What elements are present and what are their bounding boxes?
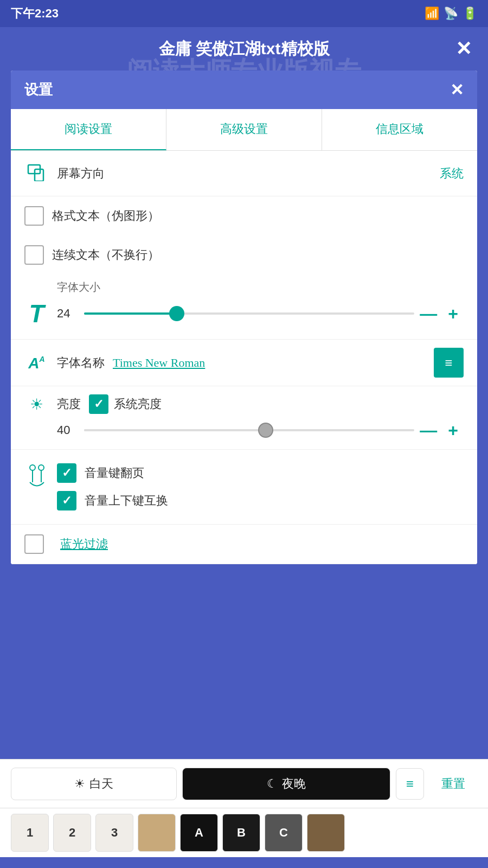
brightness-label: 亮度 (57, 396, 81, 412)
brightness-header: ☀ 亮度 系统亮度 (24, 394, 464, 414)
status-icons: 📶 📡 🔋 (425, 7, 477, 21)
style-swatch-1[interactable]: 1 (11, 814, 49, 852)
brightness-thumb[interactable] (258, 423, 273, 438)
wifi-icon: 📡 (444, 7, 458, 21)
night-label: 夜晚 (282, 776, 306, 792)
font-size-label: 字体大小 (24, 280, 464, 295)
screen-orientation-label: 屏幕方向 (57, 165, 440, 182)
svg-point-2 (30, 465, 35, 470)
font-name-row: AA 字体名称 Times New Roman ≡ (11, 340, 477, 386)
font-size-slider[interactable] (84, 303, 414, 324)
brightness-increase-button[interactable]: + (448, 420, 458, 441)
bluelight-label[interactable]: 蓝光过滤 (60, 536, 108, 552)
format-text-row: 格式文本（伪图形） (11, 196, 477, 235)
font-size-track (84, 312, 414, 315)
settings-close-button[interactable]: ✕ (450, 80, 464, 99)
theme-bar: ☀ 白天 ☾ 夜晚 ≡ 重置 (0, 759, 488, 808)
time: 下午2:23 (11, 5, 59, 22)
font-name-icon: AA (24, 353, 49, 373)
vol-swap-row: 音量上下键互换 (57, 488, 464, 513)
font-size-thumb[interactable] (169, 306, 184, 321)
book-title: 金庸 笑傲江湖txt精校版 (159, 38, 330, 60)
vol-flip-label: 音量键翻页 (85, 465, 144, 481)
screen-orientation-value[interactable]: 系统 (440, 165, 464, 182)
style-swatch-B[interactable]: B (222, 814, 260, 852)
vol-flip-row: 音量键翻页 (57, 461, 464, 488)
list-icon: ≡ (406, 776, 414, 792)
battery-icon: 🔋 (463, 7, 477, 21)
title-bar: 金庸 笑傲江湖txt精校版 ✕ (0, 27, 488, 71)
screen-orientation-row: 屏幕方向 系统 (11, 151, 477, 196)
settings-header: 设置 ✕ (11, 71, 477, 109)
tabs-container: 阅读设置 高级设置 信息区域 (11, 109, 477, 151)
volume-options: 音量键翻页 音量上下键互换 (57, 461, 464, 513)
style-swatch-2[interactable]: 2 (53, 814, 91, 852)
style-swatch-3[interactable]: 3 (95, 814, 133, 852)
status-bar: 下午2:23 📶 📡 🔋 (0, 0, 488, 27)
brightness-track (84, 429, 414, 431)
vol-swap-label: 音量上下键互换 (85, 493, 168, 509)
continuous-text-label: 连续文本（不换行） (52, 247, 159, 263)
font-name-label: 字体名称 (57, 355, 105, 371)
system-brightness-checkbox[interactable] (89, 394, 108, 414)
format-text-label: 格式文本（伪图形） (52, 208, 159, 224)
reset-label: 重置 (441, 776, 465, 792)
volume-icon (24, 463, 49, 494)
brightness-fill (84, 429, 266, 431)
font-menu-icon: ≡ (445, 355, 452, 371)
system-brightness-label: 系统亮度 (114, 396, 162, 412)
brightness-section: ☀ 亮度 系统亮度 40 — + (11, 386, 477, 450)
theme-reset-button[interactable]: 重置 (429, 768, 477, 800)
settings-title: 设置 (24, 80, 53, 99)
brightness-decrease-button[interactable]: — (420, 420, 437, 441)
style-swatch-tan[interactable] (138, 814, 176, 852)
svg-point-3 (38, 465, 44, 470)
style-swatch-A[interactable]: A (180, 814, 218, 852)
brightness-value: 40 (57, 423, 76, 437)
vol-flip-checkbox[interactable] (57, 463, 76, 483)
font-size-increase-button[interactable]: + (448, 304, 458, 324)
volume-section: 音量键翻页 音量上下键互换 (11, 450, 477, 525)
tab-advanced-settings[interactable]: 高级设置 (166, 109, 322, 150)
theme-list-button[interactable]: ≡ (396, 768, 424, 800)
font-size-value: 24 (57, 307, 76, 321)
format-text-checkbox[interactable] (24, 206, 44, 226)
day-theme-button[interactable]: ☀ 白天 (11, 768, 177, 800)
tab-info-area[interactable]: 信息区域 (322, 109, 477, 150)
style-swatch-brown[interactable] (307, 814, 345, 852)
style-swatch-C[interactable]: C (265, 814, 303, 852)
font-menu-button[interactable]: ≡ (434, 348, 464, 378)
svg-rect-1 (35, 169, 43, 181)
screen-orientation-icon (24, 162, 49, 185)
signal-icon: 📶 (425, 7, 439, 21)
font-size-icon: T (24, 299, 49, 328)
brightness-slider-row: 40 — + (24, 419, 464, 441)
night-theme-button[interactable]: ☾ 夜晚 (182, 768, 390, 800)
brightness-row-icon: ☀ (24, 395, 49, 413)
font-name-value[interactable]: Times New Roman (113, 356, 434, 370)
continuous-text-checkbox[interactable] (24, 245, 44, 265)
moon-icon: ☾ (267, 777, 278, 791)
brightness-slider[interactable] (84, 419, 414, 441)
bluelight-checkbox[interactable] (24, 534, 44, 554)
settings-content: 屏幕方向 系统 格式文本（伪图形） 连续文本（不换行） 字体大小 T 24 — (11, 151, 477, 564)
font-size-decrease-button[interactable]: — (420, 304, 437, 324)
continuous-text-row: 连续文本（不换行） (11, 235, 477, 275)
sun-icon: ☀ (74, 777, 85, 791)
style-bar: 1 2 3 A B C (0, 808, 488, 857)
vol-swap-checkbox[interactable] (57, 491, 76, 510)
font-size-fill (84, 312, 177, 315)
settings-panel: 设置 ✕ 阅读设置 高级设置 信息区域 屏幕方向 系统 (11, 71, 477, 564)
bluelight-row: 蓝光过滤 (11, 525, 477, 564)
font-size-section: 字体大小 T 24 — + (11, 275, 477, 340)
tab-read-settings[interactable]: 阅读设置 (11, 109, 166, 150)
title-close-button[interactable]: ✕ (455, 37, 472, 60)
day-label: 白天 (89, 776, 113, 792)
